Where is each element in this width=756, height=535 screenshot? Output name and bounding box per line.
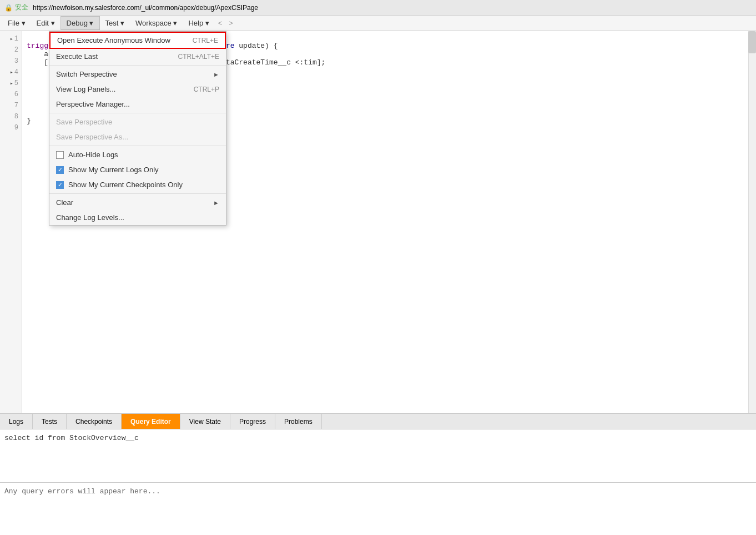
menu-bar: File ▾ Edit ▾ Debug ▾ Test ▾ Workspace ▾…	[0, 16, 756, 31]
change-log-levels-label: Change Log Levels...	[56, 213, 124, 222]
query-error-display: Any query errors will appear here...	[0, 483, 756, 536]
vertical-scrollbar[interactable]	[748, 31, 756, 413]
url-bar: https://newfoison.my.salesforce.com/_ui/…	[33, 4, 258, 12]
line-num-9: 9	[0, 122, 22, 133]
tab-view-state[interactable]: View State	[180, 414, 230, 429]
tab-problems[interactable]: Problems	[275, 414, 322, 429]
clear-label: Clear	[56, 198, 73, 207]
open-execute-label: Open Execute Anonymous Window	[57, 36, 170, 44]
clear-arrow: ►	[213, 199, 219, 206]
save-perspective-label: Save Perspective	[56, 118, 112, 126]
separator-4	[49, 193, 226, 194]
open-execute-shortcut: CTRL+E	[193, 37, 218, 44]
nav-back[interactable]: <	[215, 17, 226, 29]
nav-forward[interactable]: >	[225, 17, 236, 29]
menu-edit[interactable]: Edit ▾	[31, 17, 61, 29]
save-perspective-as-label: Save Perspective As...	[56, 133, 128, 141]
scroll-thumb[interactable]	[748, 31, 756, 53]
perspective-manager-label: Perspective Manager...	[56, 100, 130, 108]
menu-debug[interactable]: Debug ▾	[61, 16, 100, 30]
auto-hide-logs-checkbox	[56, 151, 64, 159]
tab-logs[interactable]: Logs	[0, 414, 33, 429]
switch-perspective-arrow: ►	[213, 71, 219, 78]
view-log-panels-label: View Log Panels...	[56, 85, 115, 93]
view-log-panels-shortcut: CTRL+P	[194, 86, 219, 93]
bottom-panel: Logs Tests Checkpoints Query Editor View…	[0, 413, 756, 535]
menu-save-perspective: Save Perspective	[49, 114, 226, 129]
line-num-8: 8	[0, 111, 22, 122]
menu-test[interactable]: Test ▾	[100, 17, 130, 29]
menu-auto-hide-logs[interactable]: Auto-Hide Logs	[49, 147, 226, 162]
menu-save-perspective-as: Save Perspective As...	[49, 129, 226, 144]
menu-execute-last[interactable]: Execute Last CTRL+ALT+E	[49, 49, 226, 64]
menu-change-log-levels[interactable]: Change Log Levels...	[49, 210, 226, 225]
tab-progress[interactable]: Progress	[230, 414, 275, 429]
line-num-2: 2	[0, 44, 22, 56]
menu-perspective-manager[interactable]: Perspective Manager...	[49, 97, 226, 112]
show-current-logs-label: Show My Current Logs Only	[68, 166, 159, 174]
title-bar: 🔒 安全 https://newfoison.my.salesforce.com…	[0, 0, 756, 16]
tab-tests[interactable]: Tests	[33, 414, 67, 429]
debug-dropdown-menu: Open Execute Anonymous Window CTRL+E Exe…	[49, 31, 226, 226]
show-current-logs-checkbox: ✓	[56, 166, 64, 174]
menu-workspace[interactable]: Workspace ▾	[130, 17, 183, 29]
switch-perspective-label: Switch Perspective	[56, 70, 117, 78]
separator-1	[49, 65, 226, 66]
tab-checkpoints[interactable]: Checkpoints	[67, 414, 122, 429]
auto-hide-logs-label: Auto-Hide Logs	[68, 151, 118, 159]
query-input[interactable]: select id from StockOverview__c	[0, 429, 756, 483]
separator-3	[49, 146, 226, 146]
tab-query-editor[interactable]: Query Editor	[122, 414, 180, 429]
menu-switch-perspective[interactable]: Switch Perspective ►	[49, 67, 226, 82]
line-num-4: ▸4	[0, 67, 22, 78]
menu-help[interactable]: Help ▾	[183, 17, 214, 29]
lock-icon: 🔒	[4, 4, 13, 12]
menu-show-current-checkpoints[interactable]: ✓ Show My Current Checkpoints Only	[49, 177, 226, 192]
security-label: 安全	[15, 3, 28, 12]
show-current-checkpoints-label: Show My Current Checkpoints Only	[68, 181, 183, 189]
menu-show-current-logs[interactable]: ✓ Show My Current Logs Only	[49, 162, 226, 177]
separator-2	[49, 113, 226, 113]
menu-clear[interactable]: Clear ►	[49, 195, 226, 210]
execute-last-label: Execute Last	[56, 52, 98, 61]
line-num-3: 3	[0, 56, 22, 67]
line-numbers: ▸1 2 3 ▸4 ▸5 6 7 8 9	[0, 31, 22, 413]
menu-open-execute-anonymous[interactable]: Open Execute Anonymous Window CTRL+E	[49, 32, 226, 49]
bottom-tab-bar: Logs Tests Checkpoints Query Editor View…	[0, 414, 756, 429]
menu-view-log-panels[interactable]: View Log Panels... CTRL+P	[49, 82, 226, 97]
line-num-5: ▸5	[0, 78, 22, 89]
line-num-7: 7	[0, 100, 22, 111]
line-num-1: ▸1	[0, 33, 22, 44]
execute-last-shortcut: CTRL+ALT+E	[178, 53, 219, 61]
line-num-6: 6	[0, 89, 22, 100]
menu-file[interactable]: File ▾	[2, 17, 31, 29]
show-current-checkpoints-checkbox: ✓	[56, 181, 64, 189]
